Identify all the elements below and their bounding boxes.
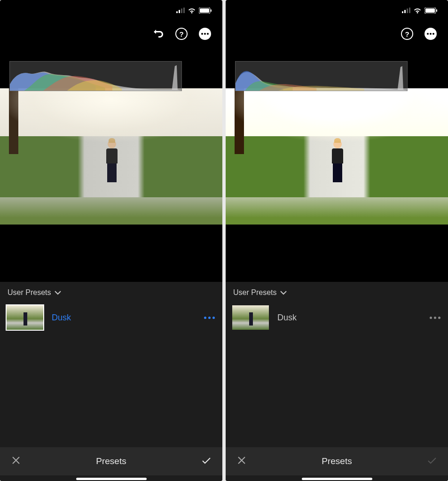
status-bar	[0, 0, 222, 21]
preset-item[interactable]: Dusk	[0, 303, 222, 332]
histogram[interactable]	[9, 61, 182, 91]
presets-panel: User Presets Dusk Presets	[0, 282, 222, 481]
battery-icon	[199, 8, 212, 14]
preset-group-label: User Presets	[233, 288, 276, 297]
cellular-signal-icon	[176, 8, 185, 13]
more-icon	[199, 28, 211, 40]
edited-photo	[226, 88, 448, 225]
panel-title: Presets	[96, 456, 126, 466]
help-icon: ?	[175, 28, 188, 40]
cancel-button[interactable]	[10, 455, 22, 467]
more-icon	[424, 28, 437, 40]
wifi-icon	[188, 8, 196, 14]
confirm-button[interactable]	[201, 455, 212, 467]
bottom-bar: Presets	[0, 447, 222, 475]
preset-name: Dusk	[52, 313, 196, 323]
panel-title: Presets	[322, 456, 352, 466]
status-bar	[226, 0, 448, 21]
confirm-button	[426, 455, 438, 467]
home-indicator[interactable]	[76, 478, 147, 480]
bottom-bar: Presets	[226, 447, 448, 475]
preset-group-selector[interactable]: User Presets	[226, 282, 448, 303]
battery-icon	[424, 8, 438, 14]
preset-item[interactable]: Dusk	[226, 303, 448, 332]
preset-more-button[interactable]	[204, 317, 215, 319]
help-button[interactable]: ?	[400, 27, 414, 41]
svg-rect-5	[436, 9, 437, 12]
help-button[interactable]: ?	[174, 27, 189, 41]
preset-group-label: User Presets	[8, 288, 51, 297]
top-toolbar: ?	[0, 21, 222, 47]
preset-thumbnail[interactable]	[232, 305, 269, 330]
svg-rect-4	[425, 8, 435, 13]
more-menu-button[interactable]	[198, 27, 212, 41]
phone-left: ? User Presets	[0, 0, 222, 481]
preset-thumbnail[interactable]	[7, 305, 43, 330]
photo-preview-area[interactable]	[0, 61, 222, 249]
photo-preview-area[interactable]	[226, 61, 448, 249]
edited-photo	[0, 88, 222, 225]
preset-more-button[interactable]	[430, 317, 440, 319]
wifi-icon	[413, 8, 422, 14]
preset-group-selector[interactable]: User Presets	[0, 282, 222, 303]
top-toolbar: ?	[226, 21, 448, 47]
histogram[interactable]	[235, 61, 408, 91]
chevron-down-icon	[55, 288, 61, 297]
svg-rect-1	[200, 8, 209, 13]
chevron-down-icon	[280, 288, 287, 297]
presets-panel: User Presets Dusk Presets	[226, 282, 448, 481]
phone-right: ? User Presets	[226, 0, 448, 481]
cellular-signal-icon	[402, 8, 410, 13]
preset-name: Dusk	[277, 313, 421, 323]
undo-button[interactable]	[151, 27, 165, 41]
svg-rect-2	[211, 9, 212, 12]
home-indicator[interactable]	[302, 478, 372, 480]
cancel-button[interactable]	[236, 455, 247, 467]
more-menu-button[interactable]	[424, 27, 438, 41]
help-icon: ?	[401, 28, 413, 40]
